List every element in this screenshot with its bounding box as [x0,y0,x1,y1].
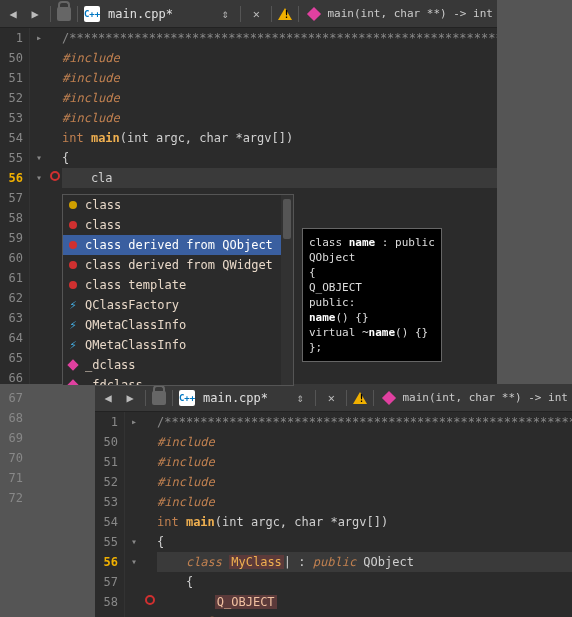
fold-indicator [30,408,48,428]
breakpoint-marker[interactable] [143,432,157,452]
breakpoint-marker[interactable] [48,488,62,508]
updown-icon[interactable]: ⇕ [291,389,309,407]
scrollbar-thumb[interactable] [283,199,291,239]
fold-indicator[interactable]: ▾ [30,168,48,188]
breakpoint-marker[interactable] [48,68,62,88]
tooltip-text: virtual ~ [309,326,369,339]
line-number: 63 [0,308,23,328]
nav-back-button[interactable]: ◀ [99,389,117,407]
line-number: 71 [0,468,23,488]
dot-r-icon [67,239,79,251]
completion-label: class template [85,276,186,294]
completion-item[interactable]: class [63,215,293,235]
fold-indicator [125,512,143,532]
nav-forward-button[interactable]: ▶ [121,389,139,407]
fold-indicator[interactable]: ▾ [125,532,143,552]
fold-indicator[interactable]: ▾ [125,552,143,572]
breakpoint-marker[interactable] [48,268,62,288]
breakpoint-marker[interactable] [48,88,62,108]
dot-r-icon [67,259,79,271]
line-number: 58 [95,592,118,612]
breakpoint-marker[interactable] [48,48,62,68]
breakpoint-marker[interactable] [48,288,62,308]
fold-gutter[interactable]: ▸▾▾ [125,412,143,617]
completion-item[interactable]: ⚡QClassFactory [63,295,293,315]
completion-item[interactable]: class template [63,275,293,295]
line-number: 50 [0,48,23,68]
close-button[interactable]: ✕ [322,389,340,407]
breakpoint-marker[interactable] [48,468,62,488]
breakpoint-marker[interactable] [48,388,62,408]
updown-icon[interactable]: ⇕ [216,5,234,23]
breakpoint-marker[interactable] [48,28,62,48]
line-number: 50 [95,432,118,452]
breakpoint-marker[interactable] [143,552,157,572]
line-number-gutter: 1505152535455565758596061626364656667686… [0,28,30,384]
breakpoint-marker[interactable] [143,592,157,612]
breakpoint-marker[interactable] [48,108,62,128]
dot-r-icon [67,219,79,231]
breakpoint-marker[interactable] [143,512,157,532]
completion-list[interactable]: classclassclass derived from QObjectclas… [63,195,293,385]
fold-indicator[interactable]: ▾ [30,148,48,168]
breadcrumb[interactable]: main(int, char **) -> int [402,391,568,404]
breakpoint-marker[interactable] [48,408,62,428]
completion-item[interactable]: _fdclass [63,375,293,385]
breakpoint-marker[interactable] [48,128,62,148]
marker-gutter[interactable] [48,28,62,384]
line-number: 56 [0,168,23,188]
bolt-icon: ⚡ [67,339,79,351]
breakpoint-marker[interactable] [48,328,62,348]
breakpoint-marker[interactable] [143,412,157,432]
editor-area[interactable]: 150515253545556575859606162636465 ▸▾▾ /*… [95,412,572,617]
bolt-icon: ⚡ [67,319,79,331]
toolbar: ◀ ▶ C++ main.cpp* ⇕ ✕ main(int, char **)… [95,384,572,412]
breakpoint-marker[interactable] [48,428,62,448]
breakpoint-marker[interactable] [48,248,62,268]
completion-item[interactable]: class [63,195,293,215]
breakpoint-marker[interactable] [48,228,62,248]
scrollbar-track[interactable] [281,195,293,385]
filename-label[interactable]: main.cpp* [203,391,268,405]
line-number: 57 [0,188,23,208]
separator [298,6,299,22]
breakpoint-marker[interactable] [48,308,62,328]
fold-indicator[interactable]: ▸ [125,412,143,432]
line-number: 52 [0,88,23,108]
completion-item[interactable]: ⚡QMetaClassInfo [63,335,293,355]
fold-indicator [125,432,143,452]
breakpoint-marker[interactable] [48,448,62,468]
breadcrumb[interactable]: main(int, char **) -> int [327,7,493,20]
breakpoint-marker[interactable] [48,348,62,368]
nav-forward-button[interactable]: ▶ [26,5,44,23]
marker-gutter[interactable] [143,412,157,617]
breakpoint-marker[interactable] [48,208,62,228]
completion-popup[interactable]: classclassclass derived from QObjectclas… [62,194,294,386]
completion-item[interactable]: class derived from QWidget [63,255,293,275]
breakpoint-marker[interactable] [143,492,157,512]
code-area[interactable]: /***************************************… [157,412,572,617]
completion-item[interactable]: class derived from QObject [63,235,293,255]
nav-back-button[interactable]: ◀ [4,5,22,23]
breakpoint-marker[interactable] [143,472,157,492]
warning-icon[interactable] [353,392,367,404]
breakpoint-marker[interactable] [48,188,62,208]
completion-item[interactable]: ⚡QMetaClassInfo [63,315,293,335]
breakpoint-marker[interactable] [48,168,62,188]
fold-indicator [30,448,48,468]
completion-item[interactable]: _dclass [63,355,293,375]
close-button[interactable]: ✕ [247,5,265,23]
breakpoint-marker[interactable] [143,612,157,617]
warning-icon[interactable] [278,8,292,20]
fold-gutter[interactable]: ▸▾▾ [30,28,48,384]
filename-label[interactable]: main.cpp* [108,7,173,21]
lock-icon[interactable] [152,391,166,405]
breakpoint-marker[interactable] [143,532,157,552]
breakpoint-marker[interactable] [48,148,62,168]
fold-indicator[interactable]: ▸ [30,28,48,48]
breakpoint-marker[interactable] [143,572,157,592]
breakpoint-marker[interactable] [48,368,62,388]
lock-icon[interactable] [57,7,71,21]
dot-y-icon [67,199,79,211]
breakpoint-marker[interactable] [143,452,157,472]
